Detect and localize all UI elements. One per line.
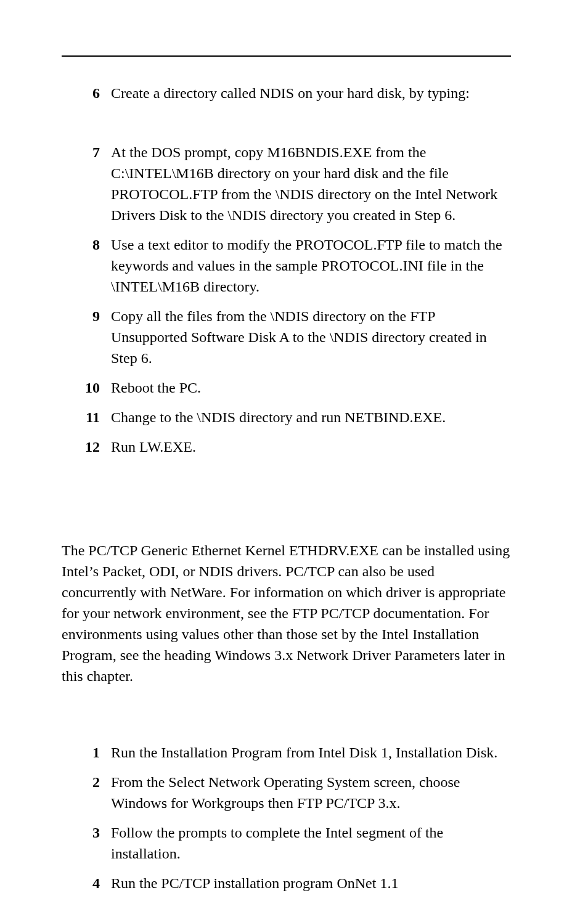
list-item: 11 Change to the \NDIS directory and run… bbox=[62, 407, 511, 428]
step-text: From the Select Network Operating System… bbox=[111, 772, 511, 813]
horizontal-rule bbox=[62, 55, 511, 57]
step-number: 11 bbox=[62, 407, 111, 428]
list-item: 6 Create a directory called NDIS on your… bbox=[62, 83, 511, 104]
list-item: 8 Use a text editor to modify the PROTOC… bbox=[62, 234, 511, 297]
list-item: 7 At the DOS prompt, copy M16BNDIS.EXE f… bbox=[62, 142, 511, 226]
step-text: Run the Installation Program from Intel … bbox=[111, 742, 511, 763]
spacer bbox=[62, 466, 511, 540]
list-item: 12 Run LW.EXE. bbox=[62, 436, 511, 457]
step-number: 12 bbox=[62, 436, 111, 457]
step-number: 6 bbox=[62, 83, 111, 104]
spacer bbox=[62, 112, 511, 142]
list-item: 2 From the Select Network Operating Syst… bbox=[62, 772, 511, 813]
list-item: 3 Follow the prompts to complete the Int… bbox=[62, 822, 511, 864]
step-number: 2 bbox=[62, 772, 111, 793]
step-number: 8 bbox=[62, 234, 111, 255]
step-number: 9 bbox=[62, 306, 111, 327]
step-text: Use a text editor to modify the PROTOCOL… bbox=[111, 234, 511, 297]
step-number: 3 bbox=[62, 822, 111, 843]
step-text: Change to the \NDIS directory and run NE… bbox=[111, 407, 511, 428]
step-number: 7 bbox=[62, 142, 111, 163]
list-item: 9 Copy all the files from the \NDIS dire… bbox=[62, 306, 511, 369]
step-text: At the DOS prompt, copy M16BNDIS.EXE fro… bbox=[111, 142, 511, 226]
step-number: 10 bbox=[62, 377, 111, 398]
list-item: 1 Run the Installation Program from Inte… bbox=[62, 742, 511, 763]
document-page: 6 Create a directory called NDIS on your… bbox=[0, 0, 588, 909]
step-text: Run the PC/TCP installation program OnNe… bbox=[111, 873, 511, 894]
spacer bbox=[62, 687, 511, 742]
step-number: 4 bbox=[62, 873, 111, 894]
body-paragraph: The PC/TCP Generic Ethernet Kernel ETHDR… bbox=[62, 540, 511, 687]
step-number: 1 bbox=[62, 742, 111, 763]
step-text: Reboot the PC. bbox=[111, 377, 511, 398]
step-text: Copy all the files from the \NDIS direct… bbox=[111, 306, 511, 369]
list-item: 4 Run the PC/TCP installation program On… bbox=[62, 873, 511, 894]
step-text: Create a directory called NDIS on your h… bbox=[111, 83, 511, 104]
step-text: Follow the prompts to complete the Intel… bbox=[111, 822, 511, 864]
list-item: 10 Reboot the PC. bbox=[62, 377, 511, 398]
step-text: Run LW.EXE. bbox=[111, 436, 511, 457]
